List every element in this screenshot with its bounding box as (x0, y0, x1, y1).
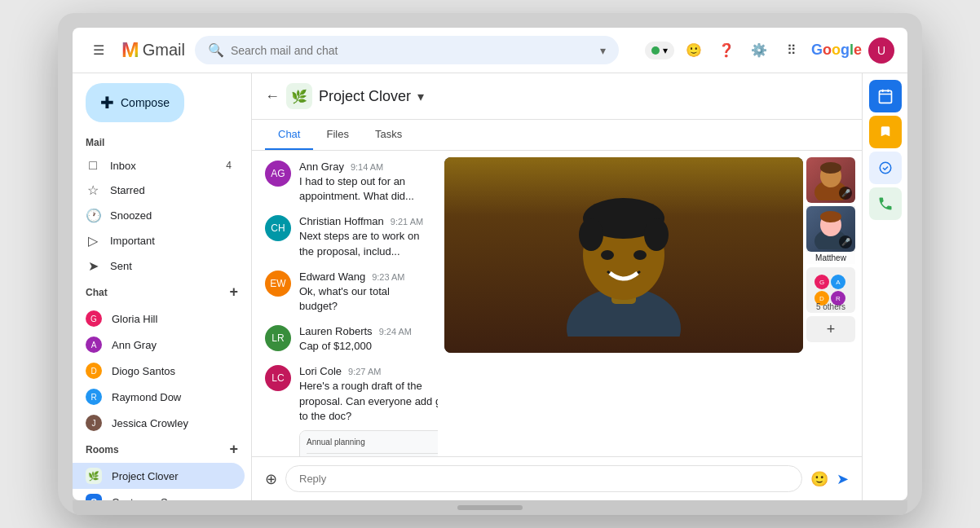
svg-rect-14 (879, 90, 891, 103)
rooms-section-label: Rooms + (73, 436, 251, 463)
others-thumb: G A D R 5 others (806, 267, 855, 313)
search-icon: 🔍 (208, 42, 224, 58)
tab-files[interactable]: Files (313, 120, 361, 150)
chat-panel: ← 🌿 Project Clover ▾ Chat Files Tasks (252, 73, 862, 500)
mic-off-icon-2: 🎤 (839, 235, 852, 249)
video-main (444, 157, 803, 353)
compose-label: Compose (121, 96, 170, 109)
raymond-dow-avatar: R (86, 389, 102, 405)
jessica-crowley-avatar: J (86, 415, 102, 431)
msg-time: 9:27 AM (348, 367, 381, 376)
apps-grid-button[interactable]: ⠿ (779, 37, 805, 64)
inbox-label: Inbox (110, 160, 136, 172)
gmail-app: ☰ M Gmail 🔍 ▾ ▾ 🙂 ❓ ⚙️ (73, 28, 907, 500)
attach-button[interactable]: ⊕ (265, 470, 277, 488)
msg-name: Lori Cole (299, 365, 342, 377)
sidebar-item-jessica-crowley[interactable]: J Jessica Crowley (73, 410, 245, 436)
sidebar-item-customer-success[interactable]: C Customer Success (73, 489, 245, 500)
user-avatar[interactable]: U (868, 37, 894, 64)
tasks-icon-button[interactable] (869, 152, 902, 184)
compose-plus-icon: ✚ (100, 93, 114, 112)
main-layout: ✚ Compose Mail □ Inbox 4 ☆ Starred (73, 73, 907, 500)
message-row: LR Lauren Roberts 9:24 AM Cap of $12,000 (265, 325, 425, 354)
compose-button[interactable]: ✚ Compose (86, 83, 184, 122)
starred-label: Starred (110, 184, 145, 196)
tab-chat[interactable]: Chat (265, 120, 313, 150)
sidebar-item-project-clover[interactable]: 🌿 Project Clover (73, 463, 245, 489)
msg-name: Christian Hoffman (299, 215, 384, 227)
svg-point-4 (579, 218, 603, 251)
hamburger-menu-button[interactable]: ☰ (86, 37, 112, 64)
add-room-icon[interactable]: + (229, 441, 238, 458)
emoji-reaction-button[interactable]: 🙂 (810, 470, 828, 488)
starred-icon: ☆ (86, 183, 100, 198)
reply-input[interactable] (285, 465, 802, 492)
msg-name: Lauren Roberts (299, 325, 373, 337)
msg-header: Edward Wang 9:23 AM (299, 271, 425, 283)
doc-preview[interactable]: Annual planning Overview (299, 430, 438, 456)
settings-button[interactable]: ⚙️ (746, 37, 772, 64)
send-button[interactable]: ➤ (837, 470, 849, 488)
mini-avatar-2: A (831, 275, 845, 289)
laptop-base (73, 500, 907, 515)
diogo-santos-avatar: D (86, 363, 102, 379)
right-sidebar (862, 73, 907, 500)
keep-icon-button[interactable] (869, 116, 902, 148)
sidebar-item-raymond-dow[interactable]: R Raymond Dow (73, 384, 245, 410)
msg-header: Christian Hoffman 9:21 AM (299, 215, 425, 227)
help-button[interactable]: ❓ (713, 37, 739, 64)
message-row: AG Ann Gray 9:14 AM I had to step out fo… (265, 161, 425, 204)
phone-svg (877, 196, 894, 212)
sidebar-item-sent[interactable]: ➤ Sent (73, 253, 245, 279)
message-row: CH Christian Hoffman 9:21 AM Next steps … (265, 215, 425, 258)
doc-preview-image: Annual planning Overview (300, 431, 438, 456)
others-count: 5 others (806, 302, 855, 311)
add-participant-button[interactable]: + (806, 316, 855, 342)
add-chat-icon[interactable]: + (229, 284, 238, 301)
lori-msg-avatar: LC (265, 365, 291, 391)
tasks-svg (878, 161, 893, 175)
svg-point-13 (820, 211, 841, 222)
edward-msg-avatar: EW (265, 271, 291, 297)
status-dot (651, 46, 660, 55)
msg-name: Ann Gray (299, 161, 344, 173)
room-dropdown-icon[interactable]: ▾ (417, 89, 424, 104)
chat-header: ← 🌿 Project Clover ▾ (252, 73, 862, 120)
svg-point-6 (601, 250, 614, 260)
search-bar[interactable]: 🔍 ▾ (195, 36, 619, 64)
sidebar-item-inbox[interactable]: □ Inbox 4 (73, 153, 245, 178)
svg-point-5 (644, 218, 669, 251)
gmail-logo: M Gmail (121, 37, 185, 63)
video-panel: 🎤 (438, 151, 862, 456)
mic-off-icon-1: 🎤 (839, 187, 852, 200)
gloria-hill-label: Gloria Hill (112, 313, 157, 325)
phone-icon-button[interactable] (869, 187, 902, 220)
msg-header: Lauren Roberts 9:24 AM (299, 325, 425, 337)
calendar-icon-button[interactable] (869, 80, 902, 112)
back-button[interactable]: ← (265, 88, 280, 105)
top-bar: ☰ M Gmail 🔍 ▾ ▾ 🙂 ❓ ⚙️ (73, 28, 907, 73)
doc-preview-title: Annual planning (307, 438, 438, 447)
sidebar-item-snoozed[interactable]: 🕐 Snoozed (73, 203, 245, 228)
sent-icon: ➤ (86, 258, 100, 274)
search-dropdown-icon[interactable]: ▾ (600, 44, 606, 57)
tab-tasks[interactable]: Tasks (362, 120, 415, 150)
sidebar-item-diogo-santos[interactable]: D Diogo Santos (73, 358, 245, 384)
status-indicator[interactable]: ▾ (645, 42, 674, 59)
svg-point-18 (880, 162, 891, 174)
sidebar-item-starred[interactable]: ☆ Starred (73, 178, 245, 203)
emoji-button[interactable]: 🙂 (681, 37, 707, 64)
laptop-notch (457, 505, 523, 510)
messages-video-area: AG Ann Gray 9:14 AM I had to step out fo… (252, 151, 862, 456)
others-group: G A D R (814, 275, 847, 306)
status-arrow: ▾ (663, 45, 668, 56)
lauren-msg-content: Lauren Roberts 9:24 AM Cap of $12,000 (299, 325, 425, 354)
sent-label: Sent (110, 260, 132, 272)
search-input[interactable] (231, 44, 594, 57)
sidebar-item-important[interactable]: ▷ Important (73, 228, 245, 253)
message-row: LC Lori Cole 9:27 AM Here's a rough draf… (265, 365, 425, 456)
sidebar-item-gloria-hill[interactable]: G Gloria Hill (73, 306, 245, 332)
top-right-controls: ▾ 🙂 ❓ ⚙️ ⠿ Google U (645, 37, 894, 64)
important-label: Important (110, 235, 155, 247)
sidebar-item-ann-gray[interactable]: A Ann Gray (73, 332, 245, 358)
